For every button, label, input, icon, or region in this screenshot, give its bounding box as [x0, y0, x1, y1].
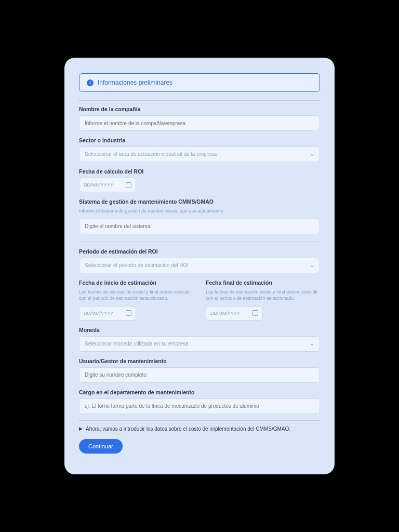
user-field: Usuario/Gestor de mantenimiento [79, 358, 320, 383]
end-date-helper: Las fechas de estimación inicial y final… [206, 289, 320, 302]
currency-select-wrapper: Seleccionar moneda utilizada en su empre… [79, 336, 320, 352]
sector-select-wrapper: Seleccionar el área de actuación industr… [79, 147, 320, 162]
start-date-helper: Las fechas de estimación inicial y final… [79, 289, 193, 302]
end-date-input[interactable]: DD/MM/YYYY [206, 306, 263, 321]
end-date-placeholder: DD/MM/YYYY [210, 311, 240, 316]
end-date-field: Fecha final de estimación Las fechas de … [206, 280, 320, 321]
sector-select[interactable]: Seleccionar el área de actuación industr… [79, 147, 320, 162]
sector-label: Sector o industria [79, 137, 320, 143]
roi-date-field: Fecha de cálculo del ROI DD/MM/YYYY [79, 168, 320, 192]
cmms-label: Sistema de gestión de mantenimiento CMMS… [79, 198, 320, 205]
end-date-label: Fecha final de estimación [206, 280, 320, 286]
company-input[interactable] [79, 115, 320, 131]
roi-date-label: Fecha de cálculo del ROI [79, 168, 320, 175]
divider [79, 100, 320, 101]
roi-period-field: Periodo de estimación del ROI Selecciona… [79, 248, 320, 273]
start-date-placeholder: DD/MM/YYYY [84, 311, 113, 316]
calendar-icon [126, 182, 131, 188]
banner-title: Informaciones preliminares [98, 79, 172, 86]
company-field: Nombre de la compañía [79, 106, 320, 131]
tip-text: Ahora, vamos a introducir los datos sobr… [86, 426, 290, 432]
calendar-icon [252, 310, 258, 316]
next-step-tip: ▶ Ahora, vamos a introducir los datos so… [79, 426, 320, 432]
play-icon: ▶ [79, 426, 83, 431]
start-date-field: Fecha de inicio de estimación Las fechas… [79, 280, 193, 321]
role-label: Cargo en el departamento de mantenimient… [79, 389, 320, 395]
form-card: i Informaciones preliminares Nombre de l… [64, 58, 335, 474]
currency-select[interactable]: Seleccionar moneda utilizada en su empre… [79, 336, 320, 352]
divider [79, 242, 320, 242]
date-range-row: Fecha de inicio de estimación Las fechas… [79, 280, 320, 327]
roi-date-input[interactable]: DD/MM/YYYY [79, 178, 136, 192]
user-label: Usuario/Gestor de mantenimiento [79, 358, 320, 364]
user-input[interactable] [79, 367, 320, 383]
company-label: Nombre de la compañía [79, 106, 320, 112]
currency-field: Moneda Seleccionar moneda utilizada en s… [79, 327, 320, 352]
divider [79, 420, 320, 421]
continue-button[interactable]: Continuar [79, 439, 123, 454]
cmms-helper: Informe el sistema de gestión de manteni… [79, 208, 320, 215]
currency-label: Moneda [79, 327, 320, 333]
roi-period-label: Periodo de estimación del ROI [79, 248, 320, 255]
calendar-icon [126, 310, 131, 316]
cmms-input[interactable] [79, 219, 320, 234]
cmms-field: Sistema de gestión de mantenimiento CMMS… [79, 198, 320, 234]
roi-period-select[interactable]: Seleccionar el periodo de estimación del… [79, 258, 320, 273]
info-banner: i Informaciones preliminares [79, 73, 320, 92]
sector-field: Sector o industria Seleccionar el área d… [79, 137, 320, 162]
roi-date-placeholder: DD/MM/YYYY [84, 182, 113, 188]
roi-period-select-wrapper: Seleccionar el periodo de estimación del… [79, 258, 320, 273]
start-date-label: Fecha de inicio de estimación [79, 280, 193, 286]
role-input[interactable] [79, 398, 320, 414]
role-field: Cargo en el departamento de mantenimient… [79, 389, 320, 414]
start-date-input[interactable]: DD/MM/YYYY [79, 306, 136, 321]
info-icon: i [87, 79, 94, 86]
